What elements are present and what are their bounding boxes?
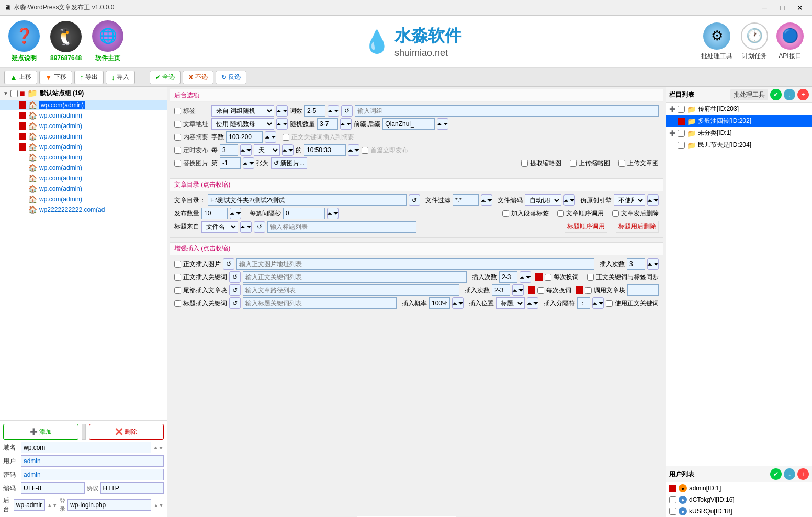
maximize-button[interactable]: □ <box>774 3 790 13</box>
site-item[interactable]: 🏠 wp.com(admin) <box>0 183 167 194</box>
category-read-button[interactable]: 批处理工具 <box>730 89 768 100</box>
body-img-icon[interactable]: ↺ <box>223 258 234 270</box>
unit-select[interactable]: 天 <box>254 144 280 156</box>
title-from-spin[interactable]: ⏶⏷ <box>240 221 252 233</box>
user-checkbox[interactable] <box>669 496 676 503</box>
help-icon-item[interactable]: ❓ 疑点说明 <box>8 20 40 63</box>
cat-checkbox[interactable] <box>678 142 685 149</box>
user-item[interactable]: ● kUSRQu[ID:18] <box>666 505 812 517</box>
category-down-button[interactable]: ↓ <box>784 89 795 100</box>
upload-thumb-checkbox[interactable] <box>570 160 577 167</box>
invert-select-button[interactable]: ↻ 反选 <box>216 71 246 84</box>
title-kw-use-body-checkbox[interactable] <box>606 300 613 307</box>
tag-spin-icon[interactable]: ⏶⏷ <box>276 105 288 117</box>
article-url-mode-select[interactable]: 使用 随机数母 <box>211 118 274 130</box>
backend-scroll[interactable]: ▲▼ <box>47 502 58 508</box>
time-spin[interactable]: ⏶⏷ <box>348 144 359 156</box>
category-plus-button[interactable]: + <box>797 89 809 100</box>
title-kw-checkbox[interactable] <box>174 300 181 307</box>
cat-item[interactable]: ➕ 📁 未分类[ID:1] <box>666 127 812 139</box>
cat-item[interactable]: ➕ 📁 传府往[ID:203] <box>666 103 812 115</box>
backend-input[interactable] <box>14 499 45 511</box>
summary-checkbox[interactable] <box>174 134 181 141</box>
batch-tool-item[interactable]: ⚙ 批处理工具 <box>701 22 732 61</box>
prefix-input[interactable] <box>382 118 435 130</box>
body-kw-sync-checkbox[interactable] <box>587 274 594 281</box>
article-url-checkbox[interactable] <box>174 121 181 128</box>
user-item[interactable]: ● admin[ID:1] <box>666 482 812 494</box>
sep-spin[interactable]: ⏶⏷ <box>592 297 604 309</box>
title-kw-rate-spin[interactable]: ⏶⏷ <box>452 297 464 309</box>
url-mode-spin[interactable]: ⏶⏷ <box>276 118 288 130</box>
title-kw-icon[interactable]: ↺ <box>229 297 241 309</box>
footer-block-count-input[interactable] <box>492 284 510 296</box>
site-item[interactable]: 🏠 wp2222222222.com(ad <box>0 204 167 215</box>
interval-spin[interactable]: ⏶⏷ <box>327 208 339 219</box>
footer-block-count-spin[interactable]: ⏶⏷ <box>512 284 524 296</box>
url-count-input[interactable] <box>317 118 338 130</box>
import-button[interactable]: ↓ 导入 <box>106 71 135 84</box>
domain-input[interactable] <box>21 442 151 453</box>
cat-item[interactable]: 📁 多般油四转[ID:202] <box>666 115 812 127</box>
summary-spin[interactable]: ⏶⏷ <box>265 131 276 143</box>
cat-checkbox[interactable] <box>678 130 685 137</box>
title-kw-pos-spin[interactable]: ⏶⏷ <box>527 297 538 309</box>
delete-site-button[interactable]: ❌ 删除 <box>89 424 164 440</box>
tag-from-select[interactable]: 来自 词组随机 <box>211 105 274 117</box>
replace-img-checkbox[interactable] <box>174 160 181 167</box>
site-item[interactable]: 🏠 wp.com(admin) <box>0 100 167 110</box>
protocol-input[interactable] <box>100 482 164 494</box>
img-num-input[interactable] <box>220 157 241 169</box>
enhanced-insert-title[interactable]: 增强插入 (点击收缩) <box>170 243 663 255</box>
url-count-spin[interactable]: ⏶⏷ <box>340 118 352 130</box>
pseudo-spin[interactable]: ⏶⏷ <box>647 194 659 206</box>
close-button[interactable]: ✕ <box>792 3 808 13</box>
path-input[interactable] <box>208 194 407 206</box>
every-input[interactable] <box>220 144 238 156</box>
title-kw-sep-input[interactable] <box>577 297 590 309</box>
encoding-input[interactable] <box>21 482 85 494</box>
file-filter-input[interactable] <box>453 194 479 206</box>
scheduled-checkbox[interactable] <box>174 147 181 154</box>
move-down-button[interactable]: ▼ 下移 <box>39 71 72 84</box>
cat-checkbox[interactable] <box>678 106 685 113</box>
site-group-header[interactable]: ▼ ■ 📁 默认站点组 (19) <box>0 87 167 100</box>
site-item[interactable]: 🏠 wp.com(admin) <box>0 121 167 131</box>
minimize-button[interactable]: ─ <box>757 3 772 13</box>
footer-block-checkbox[interactable] <box>174 287 181 294</box>
body-img-count-input[interactable] <box>627 258 645 270</box>
site-item[interactable]: 🏠 wp.com(admin) <box>0 163 167 173</box>
footer-block-each-checkbox[interactable] <box>537 287 544 294</box>
body-kw-count-input[interactable] <box>499 271 517 283</box>
user-checkbox[interactable] <box>669 508 676 515</box>
unit-spin[interactable]: ⏶⏷ <box>282 144 294 156</box>
word-count-spin[interactable]: ⏶⏷ <box>328 105 339 117</box>
path-folder-icon[interactable]: ↺ <box>409 194 420 206</box>
pseudo-select[interactable]: 不使用 <box>614 194 645 206</box>
group-checkbox[interactable] <box>10 90 18 97</box>
site-item[interactable]: 🏠 wp.com(admin) <box>0 152 167 163</box>
select-all-button[interactable]: ✔ 全选 <box>150 71 181 84</box>
order-checkbox[interactable] <box>557 210 564 217</box>
tag-refresh-icon[interactable]: ↺ <box>341 105 353 117</box>
footer-block-call-input[interactable] <box>627 284 659 296</box>
prefix-spin[interactable]: ⏶⏷ <box>437 118 448 130</box>
site-item[interactable]: 🏠 wp.com(admin) <box>0 142 167 152</box>
title-refresh-icon[interactable]: ↺ <box>254 221 265 233</box>
body-img-checkbox[interactable] <box>174 261 181 268</box>
file-encoding-select[interactable]: 自动识别 <box>525 194 561 206</box>
user-down-button[interactable]: ↓ <box>784 468 795 480</box>
body-kw-input[interactable] <box>243 271 467 283</box>
password-input[interactable] <box>21 469 164 480</box>
export-button[interactable]: ↑ 导出 <box>74 71 104 84</box>
body-img-count-spin[interactable]: ⏶⏷ <box>647 258 659 270</box>
delete-after-checkbox[interactable] <box>612 210 619 217</box>
tag-word-input[interactable] <box>355 105 659 117</box>
user-item[interactable]: ● dCTokgVl[ID:16] <box>666 494 812 505</box>
title-list-input[interactable] <box>267 221 416 233</box>
tag-checkbox[interactable] <box>174 108 181 114</box>
homepage-icon-item[interactable]: 🌐 软件主页 <box>92 20 123 63</box>
summary-insert-checkbox[interactable] <box>283 134 289 141</box>
file-filter-spin[interactable]: ⏶⏷ <box>481 194 492 206</box>
site-item[interactable]: 🏠 wp.com(admin) <box>0 131 167 142</box>
